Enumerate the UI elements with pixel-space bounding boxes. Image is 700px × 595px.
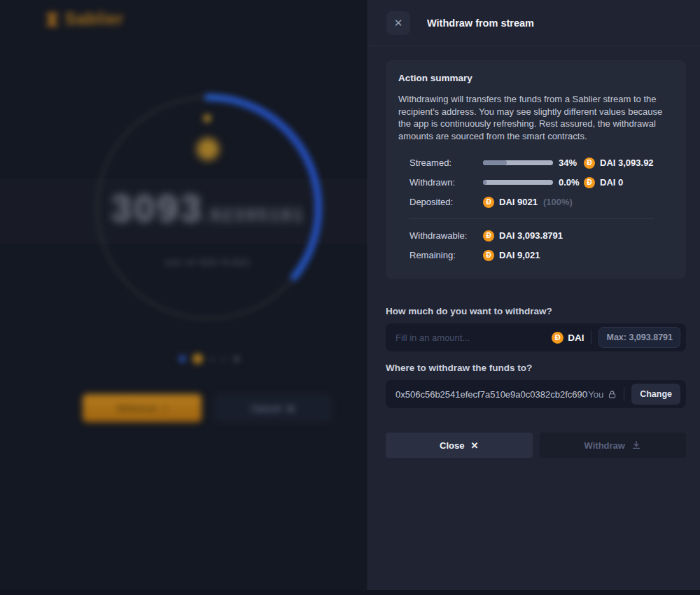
dot-dark-2[interactable] xyxy=(221,356,227,362)
row-label: Remaining: xyxy=(410,250,483,260)
dai-coin-icon: Đ xyxy=(584,177,595,188)
download-icon xyxy=(631,440,641,450)
summary-divider xyxy=(410,218,654,219)
action-summary-description: Withdrawing will transfers the funds fro… xyxy=(398,93,673,142)
action-summary-heading: Action summary xyxy=(398,73,673,83)
divider xyxy=(591,330,592,344)
modal-title: Withdraw from stream xyxy=(427,18,534,29)
recipient-section-label: Where to withdraw the funds to? xyxy=(386,363,686,373)
withdrawable-amount: DAI 3,093.8791 xyxy=(499,230,563,241)
modal-close-button[interactable]: ✕ xyxy=(386,11,410,35)
row-label: Deposited: xyxy=(410,197,483,207)
amount-input[interactable] xyxy=(396,332,552,343)
close-button[interactable]: Close ✕ xyxy=(386,433,533,458)
row-withdrawable: Withdrawable: Đ DAI 3,093.8791 xyxy=(410,230,664,241)
carousel-dots[interactable] xyxy=(178,354,240,364)
amount-input-row: Đ DAI Max: 3,093.8791 xyxy=(386,323,686,351)
background-cancel-label: Cancel xyxy=(251,403,281,414)
viewport-bottom-strip xyxy=(0,590,700,595)
withdraw-button-label: Withdraw xyxy=(584,440,625,451)
streamed-percent: 34% xyxy=(559,158,584,168)
lock-icon xyxy=(608,390,617,399)
dai-coin-icon: Đ xyxy=(584,158,595,169)
close-button-label: Close xyxy=(440,440,464,451)
recipient-address: 0x506c56b2541efecf7a510e9a0c0382cb2fc690… xyxy=(396,389,588,400)
streamed-amount: DAI 3,093.92 xyxy=(600,158,654,168)
hourglass-icon: ⧗ xyxy=(45,4,59,34)
dot-dark-1[interactable] xyxy=(209,356,215,362)
action-summary-panel: Action summary Withdrawing will transfer… xyxy=(386,60,686,279)
dai-coin-icon: Đ xyxy=(483,230,494,241)
withdrawn-amount: DAI 0 xyxy=(600,177,623,188)
max-button[interactable]: Max: 3,093.8791 xyxy=(598,327,680,348)
summary-rows: Streamed: 34% Đ DAI 3,093.92 Withdrawn: … xyxy=(398,158,673,260)
row-label: Withdrawable: xyxy=(410,230,483,241)
row-withdrawn: Withdrawn: 0.0% Đ DAI 0 xyxy=(410,177,664,188)
deposited-percent-note: (100%) xyxy=(543,197,573,207)
dai-coin-icon: Đ xyxy=(483,197,494,208)
close-icon: ✕ xyxy=(394,17,403,29)
withdraw-button[interactable]: Withdraw xyxy=(540,433,687,458)
brand-wordmark: Sablier xyxy=(65,10,124,29)
background-withdraw-button[interactable]: Withdraw ⭣ xyxy=(83,394,202,422)
sablier-logo[interactable]: ⧗ Sablier xyxy=(45,4,124,34)
dai-token-icon-large xyxy=(197,138,219,160)
close-icon: ⊗ xyxy=(287,403,295,414)
withdrawn-percent: 0.0% xyxy=(559,177,584,188)
row-deposited: Deposited: Đ DAI 9021 (100%) xyxy=(410,197,664,207)
modal-footer: Close ✕ Withdraw xyxy=(386,433,686,458)
dai-mini-dot-icon xyxy=(203,114,211,122)
background-withdraw-label: Withdraw xyxy=(117,403,158,414)
dai-coin-icon: Đ xyxy=(552,332,564,344)
streamed-amount-caption: out of DAI 9,021 xyxy=(0,258,368,267)
token-chip: Đ DAI xyxy=(552,332,584,344)
streamed-amount-fraction: .92395181 xyxy=(203,205,304,225)
modal-header: ✕ Withdraw from stream xyxy=(368,0,700,46)
streamed-amount-integer: 3093 xyxy=(111,187,203,229)
row-streamed: Streamed: 34% Đ DAI 3,093.92 xyxy=(410,158,664,168)
row-label: Withdrawn: xyxy=(410,177,483,188)
streamed-amount-display: 3093.92395181 xyxy=(0,186,368,230)
app-root: ⧗ Sablier 3093.92395181 out of DAI 9,021 xyxy=(0,0,700,595)
dot-orange[interactable] xyxy=(192,354,203,364)
dot-light[interactable] xyxy=(233,356,240,363)
background-stream-page: ⧗ Sablier 3093.92395181 out of DAI 9,021 xyxy=(0,0,368,595)
deposited-amount: DAI 9021 xyxy=(499,197,538,207)
you-badge: You xyxy=(588,389,617,400)
dai-coin-icon: Đ xyxy=(483,250,494,261)
remaining-amount: DAI 9,021 xyxy=(499,250,540,260)
dot-blue[interactable] xyxy=(178,355,186,363)
download-icon: ⭣ xyxy=(163,402,167,414)
row-label: Streamed: xyxy=(410,158,483,168)
close-icon: ✕ xyxy=(471,440,479,451)
divider xyxy=(624,387,624,401)
background-cancel-button[interactable]: Cancel ⊗ xyxy=(214,394,332,422)
amount-section-label: How much do you want to withdraw? xyxy=(386,306,686,316)
withdraw-modal: ✕ Withdraw from stream Action summary Wi… xyxy=(368,0,700,595)
streamed-progress-bar xyxy=(483,160,553,165)
you-label: You xyxy=(588,389,603,400)
row-remaining: Remaining: Đ DAI 9,021 xyxy=(410,250,664,260)
withdrawn-progress-bar xyxy=(483,180,553,185)
recipient-input-row: 0x506c56b2541efecf7a510e9a0c0382cb2fc690… xyxy=(386,380,686,408)
change-address-button[interactable]: Change xyxy=(631,384,680,405)
token-label: DAI xyxy=(568,332,584,343)
